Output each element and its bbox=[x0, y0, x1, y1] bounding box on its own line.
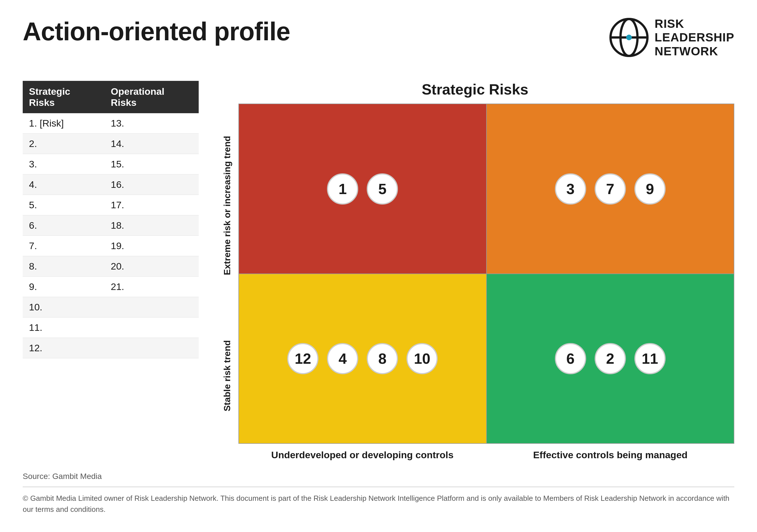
x-axis-left-label: Underdeveloped or developing controls bbox=[238, 450, 487, 460]
top-row: 15 379 bbox=[239, 104, 734, 274]
risk-number-6: 6 bbox=[555, 343, 586, 374]
risk-table: Strategic Risks Operational Risks 1. [Ri… bbox=[23, 81, 199, 358]
logo-icon bbox=[609, 17, 649, 57]
x-axis-right-label: Effective controls being managed bbox=[487, 450, 735, 460]
table-row: 12. bbox=[23, 338, 199, 358]
table-cell-col2-10 bbox=[105, 317, 199, 338]
table-row: 9.21. bbox=[23, 276, 199, 297]
table-cell-col1-6: 7. bbox=[23, 235, 105, 256]
table-row: 3.15. bbox=[23, 154, 199, 174]
table-cell-col2-1: 14. bbox=[105, 133, 199, 154]
table-cell-col2-4: 17. bbox=[105, 195, 199, 215]
table-cell-col1-1: 2. bbox=[23, 133, 105, 154]
quadrant-bottom-left: 124810 bbox=[239, 274, 486, 443]
table-cell-col1-0: 1. [Risk] bbox=[23, 113, 105, 133]
risk-number-4: 4 bbox=[327, 343, 358, 374]
table-row: 4.16. bbox=[23, 174, 199, 195]
risk-number-3: 3 bbox=[555, 173, 586, 205]
table-row: 7.19. bbox=[23, 235, 199, 256]
y-axis-top-label: Extreme risk or increasing trend bbox=[222, 136, 232, 275]
table-cell-col1-9: 10. bbox=[23, 297, 105, 317]
copyright-text: © Gambit Media Limited owner of Risk Lea… bbox=[23, 493, 734, 515]
table-cell-col1-7: 8. bbox=[23, 256, 105, 276]
table-cell-col1-2: 3. bbox=[23, 154, 105, 174]
page-header: Action-oriented profile RISK LEADERSHIP … bbox=[23, 17, 734, 58]
quadrant-top-right: 379 bbox=[486, 104, 734, 274]
chart-wrapper: Extreme risk or increasing trend Stable … bbox=[216, 103, 734, 444]
table-cell-col2-0: 13. bbox=[105, 113, 199, 133]
quadrant-bottom-right: 6211 bbox=[486, 274, 734, 443]
col2-header: Operational Risks bbox=[105, 81, 199, 113]
col1-header: Strategic Risks bbox=[23, 81, 105, 113]
table-cell-col1-3: 4. bbox=[23, 174, 105, 195]
risk-number-1: 1 bbox=[327, 173, 358, 205]
chart-title: Strategic Risks bbox=[216, 81, 734, 98]
table-row: 6.18. bbox=[23, 215, 199, 235]
x-axis: Underdeveloped or developing controls Ef… bbox=[216, 450, 734, 460]
risk-number-5: 5 bbox=[367, 173, 398, 205]
logo: RISK LEADERSHIP NETWORK bbox=[609, 17, 734, 58]
source-text: Source: Gambit Media bbox=[23, 472, 734, 481]
risk-number-10: 10 bbox=[407, 343, 438, 374]
grid-container: 15 379 124810 6211 bbox=[238, 103, 734, 444]
risk-number-11: 11 bbox=[634, 343, 666, 374]
table-row: 10. bbox=[23, 297, 199, 317]
table-cell-col2-11 bbox=[105, 338, 199, 358]
svg-point-3 bbox=[626, 35, 632, 40]
y-axis-bottom-label: Stable risk trend bbox=[222, 340, 232, 411]
table-section: Strategic Risks Operational Risks 1. [Ri… bbox=[23, 81, 199, 460]
y-axis: Extreme risk or increasing trend Stable … bbox=[216, 103, 238, 444]
main-content: Strategic Risks Operational Risks 1. [Ri… bbox=[23, 81, 734, 460]
bottom-row: 124810 6211 bbox=[239, 274, 734, 443]
table-row: 11. bbox=[23, 317, 199, 338]
table-row: 5.17. bbox=[23, 195, 199, 215]
table-cell-col2-9 bbox=[105, 297, 199, 317]
footer: Source: Gambit Media © Gambit Media Limi… bbox=[23, 460, 734, 515]
x-axis-labels: Underdeveloped or developing controls Ef… bbox=[238, 450, 734, 460]
footer-divider bbox=[23, 487, 734, 487]
table-cell-col1-5: 6. bbox=[23, 215, 105, 235]
risk-number-7: 7 bbox=[595, 173, 626, 205]
risk-number-2: 2 bbox=[595, 343, 626, 374]
risk-number-12: 12 bbox=[287, 343, 318, 374]
risk-number-9: 9 bbox=[634, 173, 666, 205]
table-cell-col2-3: 16. bbox=[105, 174, 199, 195]
logo-text: RISK LEADERSHIP NETWORK bbox=[654, 17, 734, 58]
table-cell-col2-6: 19. bbox=[105, 235, 199, 256]
table-row: 1. [Risk]13. bbox=[23, 113, 199, 133]
risk-number-8: 8 bbox=[367, 343, 398, 374]
table-cell-col1-11: 12. bbox=[23, 338, 105, 358]
table-cell-col2-8: 21. bbox=[105, 276, 199, 297]
table-cell-col1-10: 11. bbox=[23, 317, 105, 338]
quadrant-top-left: 15 bbox=[239, 104, 486, 274]
page-title: Action-oriented profile bbox=[23, 17, 290, 46]
table-cell-col2-7: 20. bbox=[105, 256, 199, 276]
table-cell-col2-2: 15. bbox=[105, 154, 199, 174]
table-cell-col1-8: 9. bbox=[23, 276, 105, 297]
chart-section: Strategic Risks Extreme risk or increasi… bbox=[216, 81, 734, 460]
table-cell-col2-5: 18. bbox=[105, 215, 199, 235]
table-cell-col1-4: 5. bbox=[23, 195, 105, 215]
table-row: 8.20. bbox=[23, 256, 199, 276]
table-row: 2.14. bbox=[23, 133, 199, 154]
